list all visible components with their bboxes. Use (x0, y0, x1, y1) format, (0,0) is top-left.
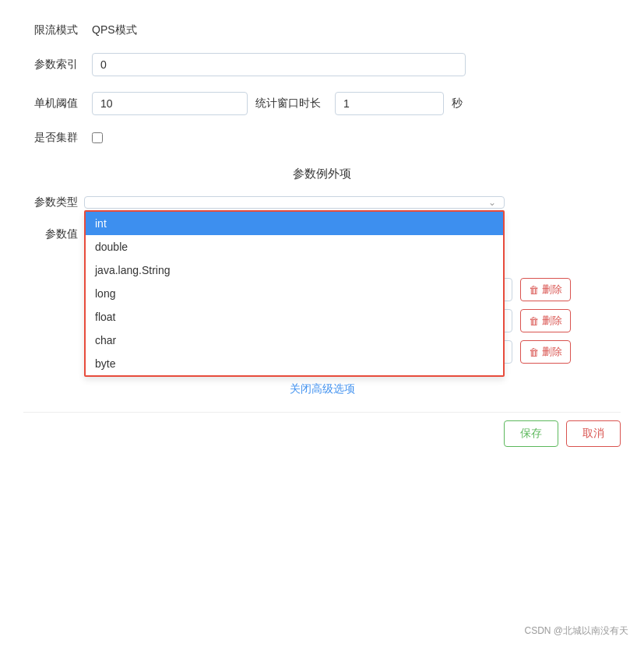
row1-delete-label: 删除 (542, 283, 562, 297)
rate-limit-value: QPS模式 (92, 23, 137, 37)
dropdown-item-char[interactable]: char (86, 329, 503, 352)
close-advanced-section: 关闭高级选项 (23, 382, 621, 396)
param-index-row: 参数索引 (23, 53, 621, 76)
threshold-input[interactable] (92, 92, 248, 115)
top-form: 限流模式 QPS模式 参数索引 单机阈值 统计窗口时长 秒 是否集群 (23, 23, 621, 145)
row3-delete-button[interactable]: 🗑 删除 (520, 340, 571, 364)
dropdown-item-double[interactable]: double (86, 235, 503, 258)
trash-icon: 🗑 (529, 315, 539, 327)
row3-delete-label: 删除 (542, 345, 562, 359)
dropdown-item-string[interactable]: java.lang.String (86, 258, 503, 282)
close-advanced-link[interactable]: 关闭高级选项 (290, 382, 355, 395)
trash-icon: 🗑 (529, 284, 539, 296)
cluster-row: 是否集群 (23, 131, 621, 145)
window-input[interactable] (335, 92, 444, 115)
threshold-row: 单机阈值 统计窗口时长 秒 (23, 92, 621, 115)
dropdown-item-long[interactable]: long (86, 282, 503, 305)
dropdown-item-int[interactable]: int (86, 212, 503, 235)
trash-icon: 🗑 (529, 346, 539, 358)
row1-delete-button[interactable]: 🗑 删除 (520, 278, 571, 301)
param-type-row: 参数类型 ⌄ int double java.lang.String long … (23, 195, 621, 209)
cluster-label: 是否集群 (23, 131, 78, 145)
param-index-input[interactable] (92, 53, 466, 76)
rate-limit-label: 限流模式 (23, 23, 78, 37)
param-type-select[interactable]: ⌄ (84, 196, 505, 209)
page-container: 限流模式 QPS模式 参数索引 单机阈值 统计窗口时长 秒 是否集群 参数例外项 (0, 0, 644, 647)
param-value-label: 参数值 (23, 227, 78, 241)
cluster-checkbox[interactable] (92, 132, 103, 143)
window-unit: 秒 (452, 97, 463, 111)
param-index-label: 参数索引 (23, 58, 78, 72)
rate-limit-row: 限流模式 QPS模式 (23, 23, 621, 37)
bottom-buttons: 保存 取消 (23, 412, 621, 447)
row2-delete-label: 删除 (542, 314, 562, 328)
window-label: 统计窗口时长 (255, 97, 321, 111)
param-type-label: 参数类型 (23, 195, 78, 209)
param-type-select-container[interactable]: ⌄ int double java.lang.String long float… (84, 196, 505, 209)
param-type-dropdown: int double java.lang.String long float c… (84, 210, 505, 377)
dropdown-item-float[interactable]: float (86, 305, 503, 329)
cancel-button[interactable]: 取消 (566, 420, 621, 447)
section-title: 参数例外项 (23, 167, 621, 181)
page-footer: CSDN @北城以南没有天 (524, 624, 628, 638)
threshold-label: 单机阈值 (23, 97, 78, 111)
cluster-checkbox-wrapper (92, 132, 103, 143)
dropdown-item-byte[interactable]: byte (86, 352, 503, 375)
exception-section: 参数类型 ⌄ int double java.lang.String long … (23, 195, 621, 364)
row2-delete-button[interactable]: 🗑 删除 (520, 309, 571, 332)
chevron-down-icon: ⌄ (488, 197, 496, 208)
save-button[interactable]: 保存 (504, 420, 558, 447)
